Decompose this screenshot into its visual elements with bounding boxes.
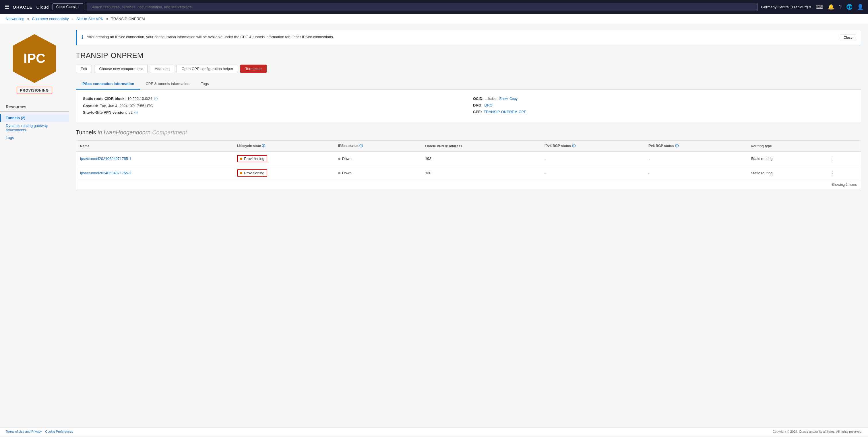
breadcrumb-current: TRANSIP-ONPREM (111, 17, 145, 21)
sidebar-item-logs[interactable]: Logs (0, 134, 69, 142)
cpe-row: CPE: TRANSIP-ONPREM-CPE (473, 108, 854, 115)
cpe-link[interactable]: TRANSIP-ONPREM-CPE (484, 110, 526, 114)
col-lifecycle: Lifecycle state ⓘ (233, 141, 334, 152)
search-input[interactable] (87, 3, 758, 11)
edit-button[interactable]: Edit (76, 65, 92, 73)
lifecycle-status-dot (240, 158, 242, 160)
code-icon[interactable]: ⌨ (816, 4, 823, 10)
region-selector[interactable]: Germany Central (Frankfurt) ▾ (761, 5, 811, 9)
main-layout: IPC PROVISIONING Resources Tunnels (2) D… (0, 24, 868, 427)
static-route-row: Static route CIDR block: 10.222.10.0/24 … (83, 95, 464, 102)
tunnel-1-vpn-ip: 193. (421, 152, 540, 166)
tab-tags[interactable]: Tags (195, 79, 214, 90)
details-left: Static route CIDR block: 10.222.10.0/24 … (83, 95, 464, 116)
resources-label: Resources (0, 104, 69, 112)
created-row: Created: Tue, Jun 4, 2024, 07:17:55 UTC (83, 102, 464, 109)
terminate-button[interactable]: Terminate (240, 65, 267, 73)
tunnel-2-name-link[interactable]: ipsectunnel20240604071755-2 (80, 171, 131, 175)
tunnel-2-ipv6: - (644, 166, 747, 180)
tunnel-1-ipv4: - (540, 152, 644, 166)
action-buttons: Edit Choose new compartment Add tags Ope… (76, 65, 861, 73)
lifecycle-status-dot (240, 172, 242, 174)
breadcrumb-customer-connectivity[interactable]: Customer connectivity (32, 17, 69, 21)
tunnel-1-menu: ⋮ (826, 152, 861, 166)
lifecycle-info-icon[interactable]: ⓘ (262, 144, 265, 148)
close-banner-button[interactable]: Close (840, 34, 856, 41)
globe-icon[interactable]: 🌐 (846, 4, 852, 10)
tabs: IPSec connection information CPE & tunne… (76, 79, 861, 90)
breadcrumb-networking[interactable]: Networking (6, 17, 24, 21)
ipv6-bgp-info-icon[interactable]: ⓘ (675, 144, 679, 148)
tunnel-2-ipv4: - (540, 166, 644, 180)
page-title: TRANSIP-ONPREM (76, 51, 861, 60)
details-panel: Static route CIDR block: 10.222.10.0/24 … (76, 90, 861, 122)
table-row: ipsectunnel20240604071755-1 Provisioning… (76, 152, 861, 166)
lifecycle-highlight: Provisioning (237, 169, 267, 177)
svg-text:IPC: IPC (24, 51, 45, 66)
tunnel-2-routing: Static routing (747, 166, 826, 180)
ocid-copy-link[interactable]: Copy (509, 97, 518, 101)
resource-icon-container: IPC PROVISIONING (0, 30, 69, 100)
choose-compartment-button[interactable]: Choose new compartment (94, 65, 148, 73)
cookies-link[interactable]: Cookie Preferences (45, 430, 73, 433)
ipv4-bgp-info-icon[interactable]: ⓘ (572, 144, 576, 148)
info-banner-text: After creating an IPSec connection, your… (87, 34, 836, 40)
footer-copyright: Copyright © 2024, Oracle and/or its affi… (773, 430, 862, 433)
tunnel-1-name: ipsectunnel20240604071755-1 (76, 152, 234, 166)
tunnel-2-vpn-ip: 130. (421, 166, 540, 180)
user-avatar[interactable]: 👤 (857, 4, 863, 10)
sidebar-item-tunnels[interactable]: Tunnels (2) (0, 114, 69, 122)
terms-link[interactable]: Terms of Use and Privacy (6, 430, 42, 433)
cloud-classic-button[interactable]: Cloud Classic › (53, 3, 83, 10)
drg-row: DRG: DRG (473, 102, 854, 108)
tunnel-2-action-menu[interactable]: ⋮ (830, 170, 835, 176)
info-banner-icon: ℹ (82, 34, 83, 40)
col-ipv4-bgp: IPv4 BGP status ⓘ (540, 141, 644, 152)
breadcrumb-site-to-site-vpn[interactable]: Site-to-Site VPN (76, 17, 104, 21)
tab-cpe-tunnels[interactable]: CPE & tunnels information (140, 79, 195, 90)
vpn-version-info-icon[interactable]: ⓘ (134, 110, 138, 115)
open-cpe-button[interactable]: Open CPE configuration helper (177, 65, 238, 73)
ocid-row: OCID: ...fsdtsa Show Copy (473, 95, 854, 102)
tunnel-2-ipsec: Down (334, 166, 421, 180)
col-oracle-vpn-ip: Oracle VPN IP address (421, 141, 540, 152)
oracle-logo: ORACLE Cloud (12, 5, 49, 9)
tunnels-section-header: Tunnels in IwanHoogendoorn Compartment (76, 129, 861, 136)
hexagon-icon: IPC (11, 33, 57, 85)
nav-right-icons: Germany Central (Frankfurt) ▾ ⌨ 🔔 ? 🌐 👤 (761, 4, 863, 10)
provisioning-badge: PROVISIONING (17, 87, 52, 94)
col-ipv6-bgp: IPv6 BGP status ⓘ (644, 141, 747, 152)
drg-link[interactable]: DRG (484, 103, 493, 107)
table-header: Name Lifecycle state ⓘ IPSec status ⓘ Or… (76, 141, 861, 152)
left-sidebar: IPC PROVISIONING Resources Tunnels (2) D… (0, 24, 69, 427)
ocid-show-link[interactable]: Show (499, 97, 508, 101)
resources-section: Resources Tunnels (2) Dynamic routing ga… (0, 100, 69, 142)
tunnels-table: Name Lifecycle state ⓘ IPSec status ⓘ Or… (76, 141, 861, 180)
static-route-info-icon[interactable]: ⓘ (154, 96, 158, 101)
ipsec-status-info-icon[interactable]: ⓘ (360, 144, 363, 148)
details-grid: Static route CIDR block: 10.222.10.0/24 … (83, 95, 854, 116)
help-icon[interactable]: ? (839, 4, 842, 10)
tunnel-1-action-menu[interactable]: ⋮ (830, 156, 835, 162)
sidebar-item-drg-attachments[interactable]: Dynamic routing gateway attachments (0, 122, 69, 134)
table-body: ipsectunnel20240604071755-1 Provisioning… (76, 152, 861, 180)
showing-items-text: Showing 2 items (76, 180, 861, 189)
page-footer: Terms of Use and Privacy Cookie Preferen… (0, 427, 868, 436)
tunnel-1-lifecycle: Provisioning (233, 152, 334, 166)
bell-icon[interactable]: 🔔 (828, 4, 834, 10)
add-tags-button[interactable]: Add tags (150, 65, 174, 73)
col-name: Name (76, 141, 234, 152)
hamburger-menu[interactable]: ☰ (5, 4, 9, 10)
tunnel-1-name-link[interactable]: ipsectunnel20240604071755-1 (80, 156, 131, 161)
table-row: ipsectunnel20240604071755-2 Provisioning… (76, 166, 861, 180)
ipsec-status-dot (338, 158, 340, 160)
vpn-version-row: Site-to-Site VPN version: v2 ⓘ (83, 109, 464, 116)
tunnel-1-ipv6: - (644, 152, 747, 166)
breadcrumb: Networking » Customer connectivity » Sit… (0, 14, 868, 24)
tunnel-2-lifecycle: Provisioning (233, 166, 334, 180)
content-area: ℹ After creating an IPSec connection, yo… (69, 24, 868, 427)
lifecycle-highlight: Provisioning (237, 155, 267, 162)
top-navigation: ☰ ORACLE Cloud Cloud Classic › Germany C… (0, 0, 868, 14)
tab-ipsec-info[interactable]: IPSec connection information (76, 79, 140, 90)
col-routing-type: Routing type (747, 141, 826, 152)
